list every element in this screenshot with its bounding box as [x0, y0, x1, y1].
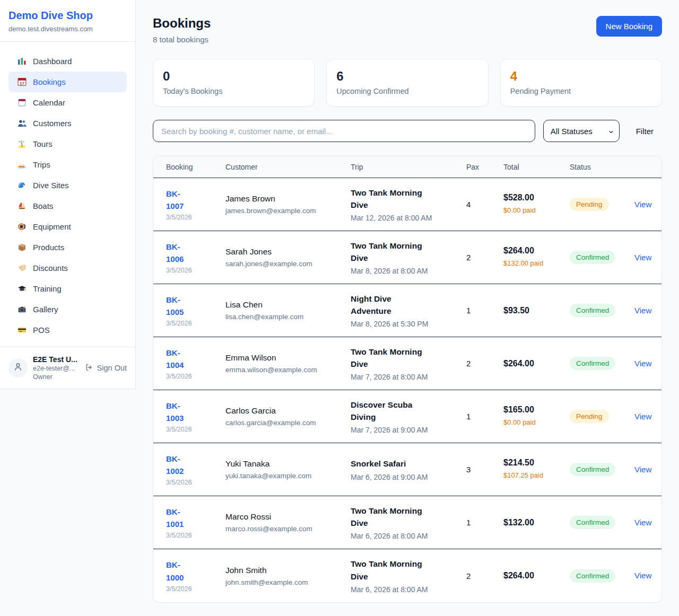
svg-text:17: 17 [20, 81, 24, 86]
booking-cell: BK-1004 3/5/2026 [166, 347, 225, 381]
brand-domain: demo.test.divestreams.com [8, 25, 127, 33]
customer-email: carlos.garcia@example.com [225, 419, 345, 427]
sidebar-item-boats[interactable]: Boats [8, 196, 127, 216]
col-trip: Trip [351, 156, 466, 178]
sidebar-item-customers[interactable]: Customers [8, 113, 127, 134]
booking-id-link[interactable]: BK-1000 [166, 559, 196, 584]
booking-id-link[interactable]: BK-1001 [166, 506, 196, 531]
booking-cell: BK-1003 3/5/2026 [166, 400, 225, 434]
person-icon [13, 362, 23, 374]
trip-time: Mar 8, 2026 at 5:30 PM [351, 320, 461, 328]
customer-cell: Lisa Chen lisa.chen@example.com [225, 300, 351, 321]
status-cell: Pending [570, 410, 634, 423]
credit-card-icon [17, 325, 27, 335]
booking-id-link[interactable]: BK-1006 [166, 241, 196, 266]
sidebar-item-label: Tours [33, 139, 53, 148]
booking-cell: BK-1002 3/5/2026 [166, 453, 225, 487]
booking-id-link[interactable]: BK-1005 [166, 294, 196, 319]
sign-out-button[interactable]: Sign Out [85, 363, 127, 373]
sidebar-item-label: Discounts [33, 263, 68, 272]
customer-cell: Emma Wilson emma.wilson@example.com [225, 353, 351, 374]
filter-button[interactable]: Filter [628, 127, 662, 136]
sidebar-item-pos[interactable]: POS [8, 320, 127, 340]
package-icon [17, 243, 27, 252]
sidebar-nav: Dashboard 17 Bookings Calendar Customers… [0, 42, 135, 347]
sidebar-item-products[interactable]: Products [8, 237, 127, 258]
total-amount: $214.50 [503, 458, 564, 468]
sidebar-item-dashboard[interactable]: Dashboard [8, 51, 127, 72]
view-link[interactable]: View [634, 412, 651, 421]
sidebar-item-bookings[interactable]: 17 Bookings [8, 72, 127, 92]
table-body: BK-1007 3/5/2026 James Brown james.brown… [153, 178, 661, 602]
pax-value: 3 [466, 465, 503, 474]
user-role: Owner [33, 373, 80, 381]
sidebar-item-label: Dive Sites [33, 181, 69, 190]
status-filter-select[interactable]: All Statuses [543, 120, 620, 142]
customer-name: Marco Rossi [225, 512, 345, 522]
sidebar-item-tours[interactable]: Tours [8, 134, 127, 154]
customer-name: Yuki Tanaka [225, 459, 345, 469]
view-link[interactable]: View [634, 518, 651, 527]
sidebar-item-gallery[interactable]: Gallery [8, 299, 127, 320]
sidebar-item-training[interactable]: Training [8, 278, 127, 299]
view-link[interactable]: View [634, 359, 651, 368]
stat-value: 4 [510, 69, 652, 84]
sidebar-item-trips[interactable]: Trips [8, 154, 127, 175]
new-booking-button[interactable]: New Booking [596, 16, 662, 37]
trip-name: Snorkel Safari [351, 457, 428, 470]
customer-cell: Sarah Jones sarah.jones@example.com [225, 247, 351, 268]
total-cell: $264.00 [503, 359, 570, 368]
table-row: BK-1006 3/5/2026 Sarah Jones sarah.jones… [153, 231, 661, 284]
view-link[interactable]: View [634, 200, 651, 209]
trip-cell: Two Tank Morning Dive Mar 8, 2026 at 8:0… [351, 240, 466, 276]
trip-time: Mar 7, 2026 at 9:00 AM [351, 426, 461, 434]
pax-value: 2 [466, 359, 503, 368]
booking-id-link[interactable]: BK-1007 [166, 188, 196, 213]
stat-label: Upcoming Confirmed [336, 87, 478, 95]
filter-row: All Statuses Filter [153, 120, 662, 142]
booking-cell: BK-1007 3/5/2026 [166, 188, 225, 222]
sidebar-item-label: Customers [33, 119, 72, 128]
stat-value: 6 [336, 69, 478, 84]
sidebar-item-dive-sites[interactable]: Dive Sites [8, 175, 127, 196]
stat-value: 0 [163, 69, 304, 84]
page-header: Bookings 8 total bookings New Booking [153, 16, 662, 44]
booking-id-link[interactable]: BK-1002 [166, 453, 196, 478]
camera-icon [17, 305, 27, 314]
view-link[interactable]: View [634, 253, 651, 262]
status-badge: Confirmed [570, 304, 615, 317]
trip-cell: Two Tank Morning Dive Mar 12, 2026 at 8:… [351, 187, 466, 223]
customer-email: lisa.chen@example.com [225, 313, 345, 321]
actions-cell: View [634, 412, 649, 421]
trip-time: Mar 6, 2026 at 8:00 AM [351, 585, 461, 594]
tag-icon [17, 263, 27, 272]
booking-id-link[interactable]: BK-1004 [166, 347, 196, 372]
sailboat-icon [17, 201, 27, 210]
sidebar-item-discounts[interactable]: Discounts [8, 258, 127, 278]
pax-value: 2 [466, 571, 503, 580]
table-row: BK-1005 3/5/2026 Lisa Chen lisa.chen@exa… [153, 284, 661, 337]
col-booking: Booking [166, 156, 225, 178]
customer-name: Emma Wilson [225, 353, 345, 363]
customer-cell: John Smith john.smith@example.com [225, 566, 351, 586]
paid-amount: $0.00 paid [503, 205, 546, 216]
customer-email: john.smith@example.com [225, 578, 345, 586]
island-icon [17, 139, 27, 148]
user-email: e2e-tester@... [33, 365, 80, 372]
brand-name[interactable]: Demo Dive Shop [8, 10, 127, 22]
trip-cell: Snorkel Safari Mar 6, 2026 at 9:00 AM [351, 457, 466, 481]
status-badge: Confirmed [570, 463, 615, 476]
trip-name: Night Dive Adventure [351, 293, 428, 318]
customer-cell: James Brown james.brown@example.com [225, 194, 351, 215]
view-link[interactable]: View [634, 306, 651, 315]
booking-id-link[interactable]: BK-1003 [166, 400, 196, 425]
view-link[interactable]: View [634, 571, 651, 580]
actions-cell: View [634, 200, 649, 209]
sidebar-item-equipment[interactable]: Equipment [8, 216, 127, 237]
booking-date: 3/5/2026 [166, 426, 220, 433]
view-link[interactable]: View [634, 465, 651, 474]
sidebar-item-calendar[interactable]: Calendar [8, 92, 127, 113]
search-input[interactable] [153, 120, 535, 142]
bookings-calendar-icon: 17 [17, 77, 27, 86]
diving-mask-icon [17, 222, 27, 231]
